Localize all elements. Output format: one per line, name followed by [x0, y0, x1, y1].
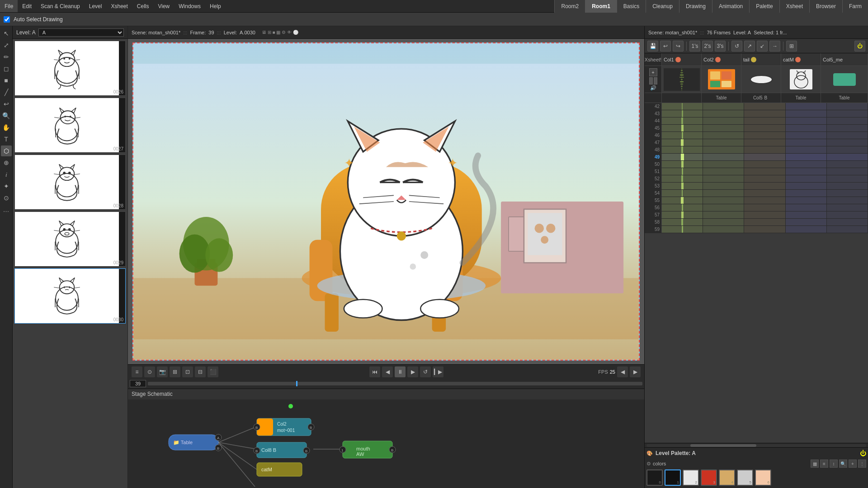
tool-stroke[interactable]: ╱	[1, 87, 12, 98]
thumbnail-item[interactable]: 0029	[14, 211, 126, 267]
cell-tail[interactable]	[744, 168, 785, 175]
swatch-5[interactable]: 5	[737, 469, 753, 486]
level-select[interactable]: A	[38, 28, 124, 37]
cell-catM[interactable]	[786, 161, 827, 168]
scrubber-track[interactable]	[148, 382, 642, 385]
prev-btn[interactable]: ◀	[382, 366, 393, 377]
cell-col1[interactable]	[662, 146, 703, 153]
cell-catM[interactable]	[786, 175, 827, 182]
cell-col1[interactable]	[662, 211, 703, 218]
cell-tail[interactable]	[744, 117, 785, 124]
cell-col5me[interactable]	[827, 183, 868, 189]
table-row[interactable]: 57	[645, 211, 868, 219]
cell-tail[interactable]	[744, 190, 785, 197]
cell-col1[interactable]	[662, 117, 703, 124]
cell-catM[interactable]	[786, 103, 827, 110]
cell-col5me[interactable]	[827, 204, 868, 211]
cell-col1[interactable]	[662, 197, 703, 204]
cell-col1[interactable]	[662, 103, 703, 110]
tool-more[interactable]: …	[1, 204, 12, 215]
tool-hand[interactable]: ✋	[1, 122, 12, 133]
tool-bend[interactable]: ↩	[1, 99, 12, 109]
cell-col2[interactable]	[703, 161, 744, 168]
cell-catM[interactable]	[786, 154, 827, 160]
cell-tail[interactable]	[744, 226, 785, 233]
table-row[interactable]: 59	[645, 226, 868, 233]
frame-number-input[interactable]	[130, 380, 146, 387]
xs-redo-btn[interactable]: ↪	[673, 41, 684, 52]
pal-grid-btn[interactable]: ▦	[811, 460, 819, 468]
pause-btn[interactable]: ⏸	[395, 366, 406, 377]
cell-col1[interactable]	[662, 226, 703, 233]
xsheet-hscrollbar[interactable]	[645, 443, 868, 447]
swatch-4[interactable]: 4	[719, 469, 735, 486]
xs-1s-btn[interactable]: 1's	[689, 41, 700, 52]
cell-col1[interactable]	[662, 139, 703, 146]
cell-catM[interactable]	[786, 190, 827, 197]
tool-transform[interactable]: ⤢	[1, 40, 12, 51]
tool-eraser[interactable]: ◻	[1, 63, 12, 74]
pal-options-btn[interactable]: ⋮	[858, 460, 866, 468]
cell-col2[interactable]	[703, 117, 744, 124]
cell-tail[interactable]	[744, 204, 785, 211]
pal-sort-btn[interactable]: ↕	[830, 460, 838, 468]
cell-col1[interactable]	[662, 183, 703, 189]
play-btn[interactable]: ▶	[407, 366, 418, 377]
xs-import-btn[interactable]: ↙	[757, 41, 768, 52]
cell-tail[interactable]	[744, 219, 785, 225]
table-row[interactable]: 52	[645, 175, 868, 183]
tool-pin[interactable]: ✦	[1, 181, 12, 192]
cell-col5me[interactable]	[827, 168, 868, 175]
col1-color-btn[interactable]	[675, 57, 681, 62]
room-tab-browser[interactable]: Browser	[809, 0, 842, 13]
cell-col2[interactable]	[703, 183, 744, 189]
cell-col5me[interactable]	[827, 190, 868, 197]
cell-col2[interactable]	[703, 103, 744, 110]
pal-add-btn[interactable]: +	[849, 460, 857, 468]
tool-pointer[interactable]: ⬡	[1, 145, 12, 156]
cell-col1[interactable]	[662, 161, 703, 168]
cell-col2[interactable]	[703, 154, 744, 160]
room-tab-farm[interactable]: Farm	[842, 0, 868, 13]
table-row[interactable]: 48	[645, 146, 868, 154]
cell-col2[interactable]	[703, 168, 744, 175]
cell-catM[interactable]	[786, 117, 827, 124]
table-row[interactable]: 49	[645, 154, 868, 161]
room-tab-room2[interactable]: Room2	[554, 0, 585, 13]
xs-nav-right[interactable]	[654, 77, 657, 84]
cell-col5me[interactable]	[827, 139, 868, 146]
cell-col1[interactable]	[662, 219, 703, 225]
table-row[interactable]: 54	[645, 190, 868, 197]
menu-view[interactable]: View	[153, 0, 174, 12]
xs-export-btn[interactable]: ↗	[744, 41, 755, 52]
cell-col1[interactable]	[662, 168, 703, 175]
room-tab-animation[interactable]: Animation	[712, 0, 749, 13]
cell-col2[interactable]	[703, 204, 744, 211]
menu-level[interactable]: Level	[85, 0, 107, 12]
loop-btn[interactable]: ↺	[420, 366, 431, 377]
xs-undo-btn[interactable]: ↩	[660, 41, 671, 52]
menu-edit[interactable]: Edit	[18, 0, 36, 12]
cell-col5me[interactable]	[827, 117, 868, 124]
cell-catM[interactable]	[786, 146, 827, 153]
cell-tail[interactable]	[744, 197, 785, 204]
cell-catM[interactable]	[786, 226, 827, 233]
cell-col1[interactable]	[662, 154, 703, 160]
room-tab-basics[interactable]: Basics	[617, 0, 646, 13]
cell-col5me[interactable]	[827, 219, 868, 225]
tool-select[interactable]: ↖	[1, 28, 12, 39]
menu-windows[interactable]: Windows	[174, 0, 205, 12]
skip-start-btn[interactable]: ⏮	[369, 366, 380, 377]
table-row[interactable]: 45	[645, 125, 868, 132]
cell-catM[interactable]	[786, 197, 827, 204]
cell-col5me[interactable]	[827, 103, 868, 110]
tool-fill[interactable]: ■	[1, 75, 12, 86]
table-row[interactable]: 55	[645, 197, 868, 204]
thumbnail-item-active[interactable]: 0030	[14, 268, 126, 324]
xs-3s-btn[interactable]: 3's	[715, 41, 726, 52]
cell-tail[interactable]	[744, 183, 785, 189]
thumbnail-item[interactable]: 0027	[14, 98, 126, 153]
xsheet-grid[interactable]: 42 43 44	[645, 103, 868, 443]
tool-text[interactable]: T	[1, 134, 12, 145]
room-tab-cleanup[interactable]: Cleanup	[646, 0, 679, 13]
